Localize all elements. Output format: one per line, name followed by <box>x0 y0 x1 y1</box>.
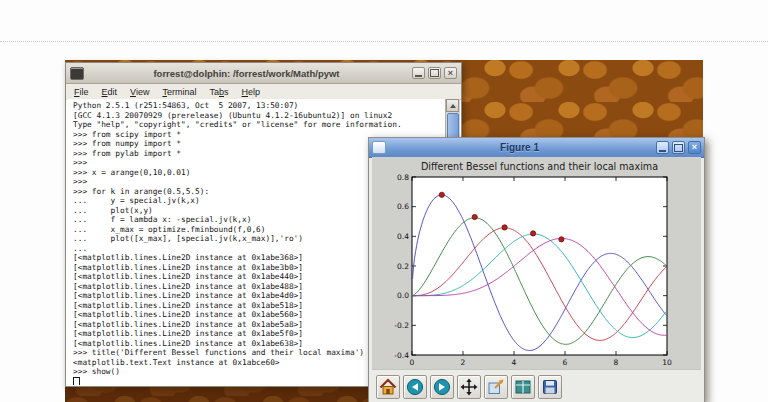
minimize-icon <box>415 75 422 77</box>
maximum-marker <box>472 214 477 219</box>
y-tick-label: 0.2 <box>397 262 409 271</box>
y-tick-label: -0.2 <box>394 321 409 330</box>
figure-window: Figure 1 × Different Bessel functions an… <box>368 137 705 402</box>
maximize-icon <box>430 69 439 77</box>
terminal-minimize-button[interactable] <box>412 67 425 79</box>
y-tick-label: 0.4 <box>397 232 409 241</box>
y-tick-label: -0.4 <box>394 351 409 360</box>
bessel-plot: Different Bessel functions and their loc… <box>372 157 701 369</box>
figure-window-icon <box>372 141 386 154</box>
y-tick-label: 0.8 <box>397 173 409 182</box>
x-tick-label: 2 <box>461 358 466 367</box>
figure-toolbar <box>372 369 701 402</box>
pan-button[interactable] <box>457 375 481 399</box>
terminal-titlebar[interactable]: forrest@dolphin: /forrest/work/Math/pywt… <box>66 63 461 84</box>
terminal-window-title: forrest@dolphin: /forrest/work/Math/pywt <box>84 68 409 79</box>
menu-item-terminal[interactable]: Terminal <box>162 87 196 97</box>
axes-frame <box>412 177 667 355</box>
minimize-icon <box>659 150 666 152</box>
scroll-up-button[interactable] <box>446 99 459 112</box>
menu-item-file[interactable]: File <box>74 87 89 97</box>
forward-button[interactable] <box>430 375 454 399</box>
home-icon <box>379 378 397 396</box>
plot-canvas[interactable]: Different Bessel functions and their loc… <box>372 157 701 369</box>
maximum-marker <box>559 237 564 242</box>
figure-window-title: Figure 1 <box>386 142 653 153</box>
plot-title: Different Bessel functions and their loc… <box>421 161 658 172</box>
maximize-icon <box>674 144 683 152</box>
terminal-line: Python 2.5.1 (r251:54863, Oct 5 2007, 13… <box>73 101 444 111</box>
subplots-icon <box>514 378 532 396</box>
menu-item-help[interactable]: Help <box>242 87 261 97</box>
home-button[interactable] <box>376 375 400 399</box>
desktop: forrest@dolphin: /forrest/work/Math/pywt… <box>0 0 768 402</box>
maximum-marker <box>502 225 507 230</box>
terminal-maximize-button[interactable] <box>428 67 441 79</box>
x-tick-label: 0 <box>410 358 415 367</box>
terminal-line: [GCC 4.1.3 20070929 (prerelease) (Ubuntu… <box>73 111 444 121</box>
save-icon <box>541 378 559 396</box>
figure-titlebar[interactable]: Figure 1 × <box>369 138 704 158</box>
pan-icon <box>460 378 478 396</box>
figure-maximize-button[interactable] <box>672 141 685 154</box>
x-tick-label: 8 <box>614 358 619 367</box>
forward-icon <box>433 378 451 396</box>
terminal-icon <box>70 67 84 80</box>
y-tick-label: 0.0 <box>397 291 409 300</box>
x-tick-label: 10 <box>662 358 672 367</box>
menu-item-edit[interactable]: Edit <box>102 87 118 97</box>
x-tick-label: 4 <box>512 358 517 367</box>
figure-close-button[interactable]: × <box>688 141 701 154</box>
desktop-divider-line <box>0 41 768 42</box>
maximum-marker <box>531 231 536 236</box>
arrow-up-icon <box>450 104 456 108</box>
back-button[interactable] <box>403 375 427 399</box>
save-button[interactable] <box>538 375 562 399</box>
terminal-cursor <box>73 377 80 386</box>
terminal-close-button[interactable]: × <box>444 67 457 79</box>
subplots-button[interactable] <box>511 375 535 399</box>
back-icon <box>406 378 424 396</box>
zoom-button[interactable] <box>484 375 508 399</box>
y-tick-label: 0.6 <box>397 202 409 211</box>
close-icon: × <box>692 143 697 152</box>
maximum-marker <box>439 192 444 197</box>
figure-minimize-button[interactable] <box>656 141 669 154</box>
zoom-icon <box>487 378 505 396</box>
menu-item-view[interactable]: View <box>130 87 149 97</box>
close-icon: × <box>448 69 453 78</box>
terminal-line: Type "help", "copyright", "credits" or "… <box>73 120 444 130</box>
terminal-menubar: FileEditViewTerminalTabsHelp <box>66 84 461 100</box>
menu-item-tabs[interactable]: Tabs <box>209 87 228 97</box>
x-tick-label: 6 <box>563 358 568 367</box>
